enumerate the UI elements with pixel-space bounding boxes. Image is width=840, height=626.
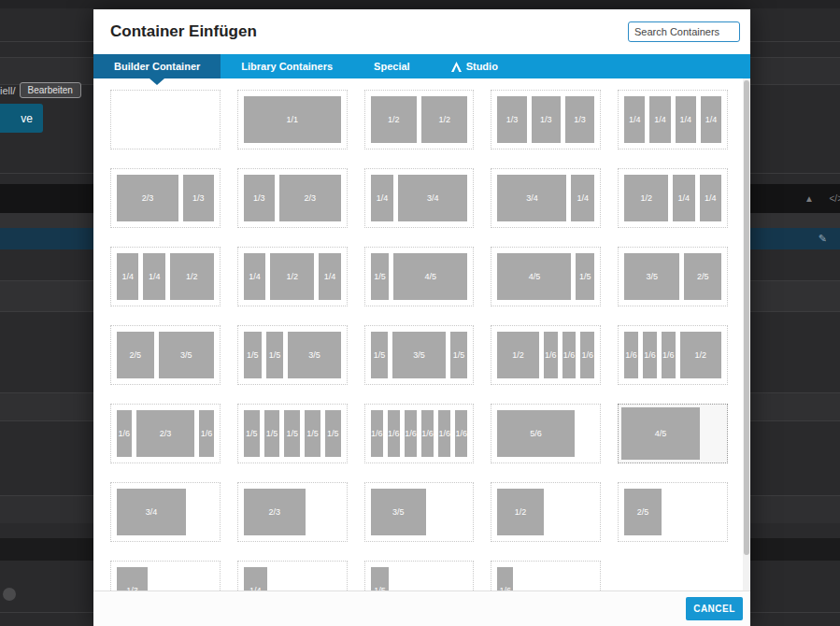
- container-option[interactable]: 5/6: [491, 404, 601, 463]
- column-block: 3/5: [624, 253, 679, 300]
- container-option[interactable]: 1/4: [237, 561, 348, 590]
- column-fraction-label: 1/5: [266, 429, 278, 438]
- cancel-button[interactable]: CANCEL: [686, 597, 743, 620]
- container-option[interactable]: 1/62/31/6: [110, 404, 221, 463]
- tab-special[interactable]: Special: [353, 54, 431, 78]
- column-block: 3/5: [371, 489, 426, 535]
- column-fraction-label: 1/4: [249, 272, 261, 281]
- column-block: 1/2: [497, 489, 543, 535]
- column-block: 1/6: [544, 332, 558, 378]
- column-block: 1/2: [371, 96, 417, 143]
- caret-up-icon: ▲: [804, 184, 814, 213]
- container-option[interactable]: 4/5: [618, 404, 728, 463]
- container-option[interactable]: 1/6: [491, 561, 601, 590]
- container-option[interactable]: 3/41/4: [491, 168, 601, 228]
- container-option[interactable]: 2/31/3: [110, 168, 221, 228]
- container-option[interactable]: 3/52/5: [618, 247, 728, 306]
- column-fraction-label: 1/4: [149, 272, 161, 281]
- column-block: 1/4: [673, 175, 694, 221]
- column-block: 1/5: [305, 410, 320, 457]
- container-option[interactable]: 1/2: [491, 482, 601, 542]
- column-block: 4/5: [497, 253, 571, 300]
- container-option[interactable]: 1/61/61/61/61/61/6: [364, 404, 475, 463]
- container-option[interactable]: 2/3: [237, 482, 348, 542]
- column-fraction-label: 1/4: [324, 272, 336, 281]
- container-option[interactable]: 1/3: [110, 561, 221, 590]
- column-fraction-label: 1/2: [695, 350, 707, 360]
- container-option[interactable]: 1/21/41/4: [618, 168, 728, 228]
- container-option[interactable]: 3/5: [364, 482, 475, 542]
- empty-space: [393, 567, 467, 590]
- container-option[interactable]: 1/51/51/51/51/5: [237, 404, 348, 463]
- tab-library-containers[interactable]: Library Containers: [221, 54, 353, 78]
- container-option[interactable]: [110, 90, 221, 149]
- edit-button: Bearbeiten: [20, 82, 81, 98]
- empty-space: [191, 489, 214, 535]
- empty-space: [666, 489, 721, 535]
- column-fraction-label: 2/3: [268, 507, 280, 517]
- column-fraction-label: 1/3: [253, 193, 265, 203]
- column-fraction-label: 3/5: [647, 272, 659, 281]
- column-block: 1/5: [450, 332, 468, 378]
- empty-space: [518, 567, 594, 590]
- column-fraction-label: 1/6: [201, 429, 213, 438]
- column-block: 2/3: [279, 175, 341, 221]
- container-option[interactable]: 1/61/61/61/2: [618, 325, 728, 385]
- tab-builder-container[interactable]: Builder Container: [93, 54, 221, 78]
- column-fraction-label: 1/6: [456, 429, 468, 438]
- column-fraction-label: 1/2: [286, 272, 298, 281]
- container-option[interactable]: 4/51/5: [491, 247, 601, 306]
- column-fraction-label: 1/1: [286, 115, 298, 124]
- column-block: 1/6: [580, 332, 594, 378]
- column-block: 1/2: [270, 253, 314, 300]
- container-option[interactable]: 1/5: [364, 561, 475, 590]
- container-option[interactable]: 2/5: [618, 482, 728, 542]
- column-block: 1/5: [244, 332, 262, 378]
- container-option[interactable]: 1/41/21/4: [237, 247, 348, 306]
- container-option[interactable]: 1/31/31/3: [491, 90, 601, 149]
- column-block: 3/4: [497, 175, 566, 221]
- column-fraction-label: 1/4: [679, 115, 691, 124]
- container-option[interactable]: 1/21/61/61/6: [491, 325, 601, 385]
- container-option[interactable]: 1/41/41/2: [110, 247, 221, 306]
- pencil-icon: ✎: [819, 228, 827, 249]
- background-circle-icon: [3, 588, 16, 601]
- column-fraction-label: 3/5: [308, 350, 320, 360]
- column-fraction-label: 1/5: [374, 272, 386, 281]
- background-partial-text: iell/: [0, 85, 16, 96]
- column-fraction-label: 3/5: [180, 350, 192, 360]
- column-block: 5/6: [497, 410, 574, 457]
- container-option[interactable]: 1/1: [237, 90, 348, 149]
- background-band: [0, 0, 840, 8]
- column-fraction-label: 2/5: [697, 272, 709, 281]
- modal-scrollbar[interactable]: [743, 78, 750, 600]
- column-block: 2/5: [624, 489, 662, 535]
- column-block: 1/4: [624, 96, 645, 143]
- column-block: 3/4: [398, 175, 467, 221]
- container-option[interactable]: 1/53/51/5: [364, 325, 475, 385]
- container-option[interactable]: 1/43/4: [364, 168, 475, 228]
- container-option[interactable]: 1/51/53/5: [237, 325, 348, 385]
- column-block: 1/6: [117, 410, 132, 457]
- column-fraction-label: 1/4: [629, 115, 641, 124]
- container-option[interactable]: 3/4: [110, 482, 221, 542]
- column-block: 2/3: [136, 410, 195, 457]
- container-option[interactable]: 1/32/3: [237, 168, 348, 228]
- column-block: 1/6: [643, 332, 657, 378]
- tab-label: Special: [374, 61, 410, 72]
- column-fraction-label: 1/6: [563, 350, 576, 360]
- container-option[interactable]: 1/21/2: [364, 90, 475, 149]
- container-option[interactable]: 1/54/5: [364, 247, 475, 306]
- tab-studio[interactable]: Studio: [431, 54, 519, 78]
- column-fraction-label: 1/6: [662, 350, 675, 360]
- column-block: 1/3: [244, 175, 275, 221]
- container-option[interactable]: 2/53/5: [110, 325, 221, 385]
- column-block: 3/4: [117, 489, 186, 535]
- scrollbar-thumb[interactable]: [744, 80, 749, 555]
- search-input[interactable]: [628, 21, 740, 42]
- container-option[interactable]: 1/41/41/41/4: [618, 90, 728, 149]
- column-block: 1/4: [143, 253, 164, 300]
- column-block: 1/6: [405, 410, 417, 457]
- column-fraction-label: 1/2: [640, 193, 652, 203]
- column-fraction-label: 1/3: [506, 115, 519, 124]
